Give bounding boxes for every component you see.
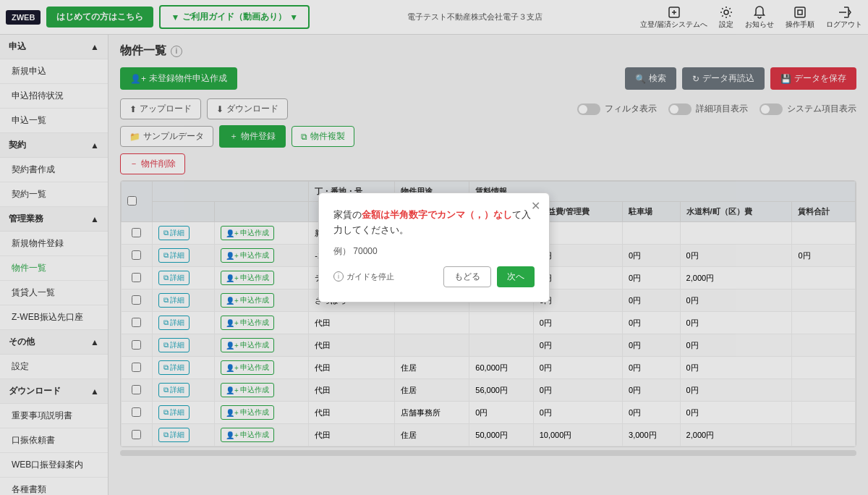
guide-icon: i <box>333 271 344 282</box>
popup-overlay: ✕ 家賃の金額は半角数字でカンマ（，）なして入力してください。 例） 70000… <box>0 0 868 495</box>
popup-bold-text: 金額は半角数字でカンマ（，）なし <box>362 209 512 220</box>
popup-example: 例） 70000 <box>333 245 535 258</box>
popup-close-button[interactable]: ✕ <box>531 199 540 213</box>
popup-footer: i ガイドを停止 もどる 次へ <box>333 266 535 287</box>
popup-next-button[interactable]: 次へ <box>497 266 535 287</box>
popup-back-button[interactable]: もどる <box>443 266 491 287</box>
guide-stop-button[interactable]: i ガイドを停止 <box>333 271 394 282</box>
popup-action-buttons: もどる 次へ <box>443 266 535 287</box>
popup-dialog: ✕ 家賃の金額は半角数字でカンマ（，）なして入力してください。 例） 70000… <box>318 192 550 302</box>
popup-message: 家賃の金額は半角数字でカンマ（，）なして入力してください。 <box>333 208 535 238</box>
